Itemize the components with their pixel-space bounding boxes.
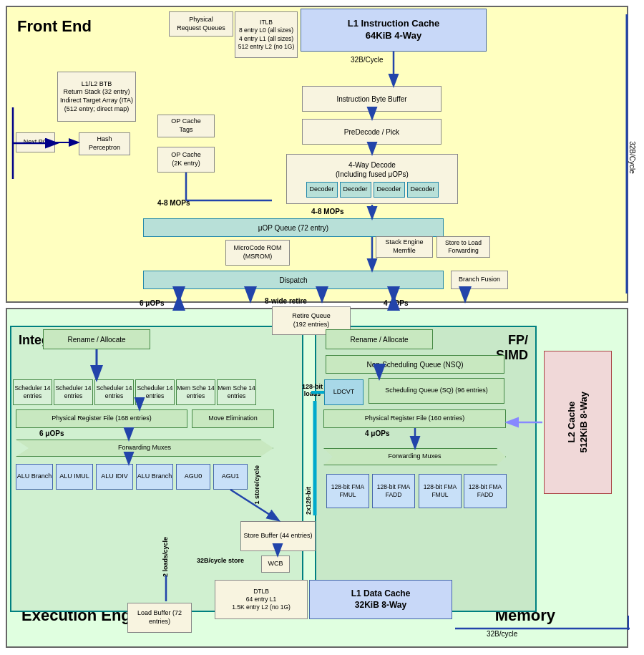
store-buffer-box: Store Buffer (44 entries) bbox=[240, 521, 316, 551]
forwarding-muxes-fp-label: Forwarding Muxes bbox=[388, 452, 441, 461]
forwarding-muxes-fp-box: Forwarding Muxes bbox=[323, 448, 506, 465]
l2-cache-label: L2 Cache 512KiB 8-Way bbox=[566, 392, 590, 453]
move-elimination-box: Move Elimination bbox=[192, 409, 274, 428]
svg-text:32B/Cycle: 32B/Cycle bbox=[628, 141, 636, 174]
dispatch-label: Dispatch bbox=[280, 276, 308, 285]
phys-reg-file-fp-label: Physical Register File (160 entries) bbox=[365, 414, 465, 423]
branch-fusion-label: Branch Fusion bbox=[459, 276, 500, 284]
32b-cycle-top-label: 32B/Cycle bbox=[351, 56, 384, 64]
dispatch-box: Dispatch bbox=[143, 271, 444, 289]
store-buffer-label: Store Buffer (44 entries) bbox=[244, 532, 313, 540]
hash-perceptron-label: HashPerceptron bbox=[89, 135, 120, 152]
instruction-byte-buffer-label: Instruction Byte Buffer bbox=[336, 94, 406, 104]
6-uops-int-label: 6 μOPs bbox=[39, 430, 64, 437]
scheduler4-box: Scheduler 14 entries bbox=[135, 379, 175, 405]
l1-instruction-cache-box: L1 Instruction Cache64KiB 4-Way bbox=[301, 9, 487, 52]
2-loads-cycle-label: 2 loads/cycle bbox=[162, 537, 169, 577]
fma-fmul1-box: 128-bit FMA FMUL bbox=[326, 474, 369, 508]
decoder2-box: Decoder bbox=[340, 182, 371, 198]
fma-fadd1-box: 128-bit FMA FADD bbox=[372, 474, 415, 508]
instruction-byte-buffer-box: Instruction Byte Buffer bbox=[302, 86, 441, 112]
diagram-container: Front End Execution Engine Memory Intege… bbox=[0, 0, 644, 655]
6-uops-label-left: 6 μOPs bbox=[140, 299, 164, 307]
predecode-pick-label: PreDecode / Pick bbox=[344, 127, 399, 137]
dtlb-box: DTLB64 entry L11.5K entry L2 (no 1G) bbox=[215, 580, 308, 619]
microcode-rom-box: MicroCode ROM(MSROM) bbox=[225, 240, 290, 266]
l1-instruction-cache-label: L1 Instruction Cache64KiB 4-Way bbox=[348, 18, 440, 42]
itlb-label: ITLB8 entry L0 (all sizes)4 entry L1 (al… bbox=[238, 19, 294, 50]
32b-cycle-bottom-label: 32B/cycle bbox=[487, 630, 517, 638]
load-buffer-label: Load Buffer (72 entries) bbox=[128, 609, 191, 626]
4-uops-fp-label: 4 μOPs bbox=[365, 430, 389, 437]
alu-branch2-box: ALU Branch bbox=[136, 464, 173, 490]
agu1-box: AGU1 bbox=[213, 464, 248, 490]
4-8-mops-label-2: 4-8 MOPs bbox=[157, 199, 190, 207]
rename-allocate-int-box: Rename / Allocate bbox=[43, 329, 150, 349]
wcb-box: WCB bbox=[261, 555, 290, 573]
sq-label: Scheduling Queue (SQ) (96 entries) bbox=[385, 387, 488, 395]
forwarding-muxes-int-label: Forwarding Muxes bbox=[118, 444, 171, 452]
alu-branch1-box: ALU Branch bbox=[16, 464, 53, 490]
8-wide-retire-label: 8-wide retire bbox=[265, 297, 307, 305]
alu-idiv-box: ALU IDIV bbox=[96, 464, 133, 490]
physical-request-queues-label: PhysicalRequest Queues bbox=[177, 16, 225, 32]
phys-reg-file-int-box: Physical Register File (168 entries) bbox=[16, 409, 187, 428]
branch-fusion-box: Branch Fusion bbox=[451, 271, 508, 289]
op-cache-tags-label: OP CacheTags bbox=[171, 117, 200, 134]
mem-scheduler2-box: Mem Sche 14 entries bbox=[217, 379, 256, 405]
forwarding-muxes-int-box: Forwarding Muxes bbox=[16, 440, 273, 457]
rename-allocate-int-label: Rename / Allocate bbox=[67, 335, 125, 344]
op-cache-label: OP Cache(2K entry) bbox=[171, 151, 200, 168]
fma-fmul2-box: 128-bit FMA FMUL bbox=[419, 474, 462, 508]
phys-reg-file-int-label: Physical Register File (168 entries) bbox=[52, 414, 152, 423]
scheduler1-box: Scheduler 14 entries bbox=[13, 379, 52, 405]
l1l2-btb-label: L1/L2 BTBReturn Stack (32 entry)Indirect… bbox=[60, 80, 133, 114]
l1l2-btb-box: L1/L2 BTBReturn Stack (32 entry)Indirect… bbox=[57, 72, 136, 122]
4-uops-label-right: 4 μOPs bbox=[384, 299, 408, 307]
predecode-pick-box: PreDecode / Pick bbox=[302, 119, 441, 145]
scheduler3-box: Scheduler 14 entries bbox=[94, 379, 134, 405]
four-way-decode-label: 4-Way Decode(Including fused μOPs) bbox=[336, 160, 409, 179]
hash-perceptron-box: HashPerceptron bbox=[79, 132, 130, 155]
l1-data-cache-box: L1 Data Cache32KiB 8-Way bbox=[309, 580, 452, 619]
nsq-label: Non-Scheduling Queue (NSQ) bbox=[366, 360, 463, 369]
phys-reg-file-fp-box: Physical Register File (160 entries) bbox=[323, 409, 506, 428]
op-cache-box: OP Cache(2K entry) bbox=[157, 147, 215, 173]
move-elimination-label: Move Elimination bbox=[208, 414, 258, 423]
physical-request-queues-box: PhysicalRequest Queues bbox=[169, 11, 233, 37]
uop-queue-label: μOP Queue (72 entry) bbox=[258, 223, 328, 233]
nsq-box: Non-Scheduling Queue (NSQ) bbox=[326, 355, 504, 374]
ldcvt-label: LDCVT bbox=[333, 388, 355, 397]
retire-queue-label: Retire Queue(192 entries) bbox=[292, 312, 331, 329]
l1-data-cache-label: L1 Data Cache32KiB 8-Way bbox=[351, 588, 411, 611]
decoder3-box: Decoder bbox=[374, 182, 405, 198]
front-end-label: Front End bbox=[17, 17, 92, 36]
four-way-decode-box: 4-Way Decode(Including fused μOPs) Decod… bbox=[286, 154, 458, 204]
op-cache-tags-box: OP CacheTags bbox=[157, 115, 215, 137]
decoder1-box: Decoder bbox=[306, 182, 338, 198]
rename-allocate-fp-box: Rename / Allocate bbox=[326, 329, 433, 349]
2x128-bit-label: 2x128-bit bbox=[305, 487, 312, 515]
alu-imul-box: ALU IMUL bbox=[56, 464, 93, 490]
1-store-cycle-label: 1 store/cycle bbox=[253, 465, 260, 505]
next-pc-label: Next PC bbox=[24, 138, 48, 147]
fma-fadd2-box: 128-bit FMA FADD bbox=[464, 474, 507, 508]
store-to-load-fwd-label: Store to LoadForwarding bbox=[445, 239, 482, 255]
mem-scheduler1-box: Mem Sche 14 entries bbox=[176, 379, 215, 405]
sq-box: Scheduling Queue (SQ) (96 entries) bbox=[369, 378, 504, 404]
ldcvt-box: LDCVT bbox=[324, 379, 364, 405]
decoder4-box: Decoder bbox=[407, 182, 439, 198]
itlb-box: ITLB8 entry L0 (all sizes)4 entry L1 (al… bbox=[235, 11, 298, 58]
rename-allocate-fp-label: Rename / Allocate bbox=[350, 335, 408, 344]
dtlb-label: DTLB64 entry L11.5K entry L2 (no 1G) bbox=[232, 588, 291, 611]
wcb-label: WCB bbox=[268, 560, 283, 568]
stack-engine-box: Stack EngineMemfile bbox=[376, 236, 433, 258]
128-bit-loads-label: 128-bitloads bbox=[302, 383, 323, 397]
load-buffer-box: Load Buffer (72 entries) bbox=[127, 603, 192, 633]
scheduler2-box: Scheduler 14 entries bbox=[54, 379, 93, 405]
next-pc-box: Next PC bbox=[16, 132, 55, 152]
stack-engine-label: Stack EngineMemfile bbox=[385, 238, 423, 255]
store-to-load-fwd-box: Store to LoadForwarding bbox=[436, 236, 490, 258]
microcode-rom-label: MicroCode ROM(MSROM) bbox=[233, 244, 281, 261]
l2-cache-box: L2 Cache 512KiB 8-Way bbox=[544, 351, 612, 494]
